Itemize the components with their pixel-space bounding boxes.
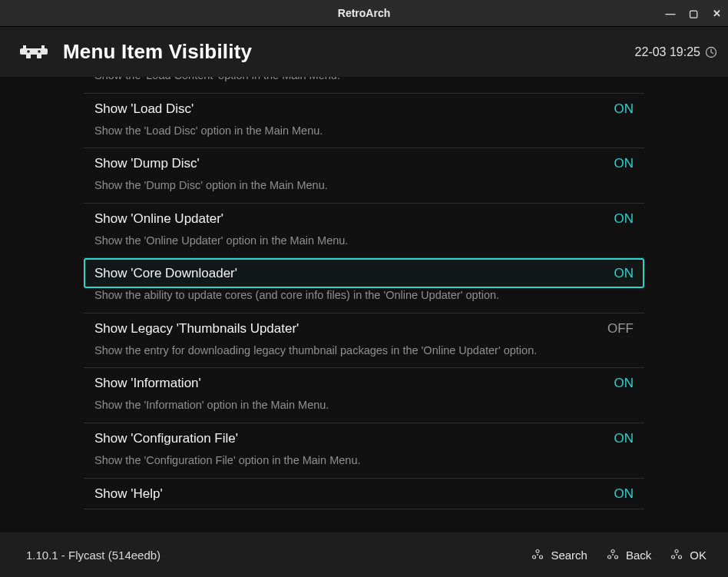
minimize-icon[interactable]: — bbox=[663, 8, 677, 19]
svg-point-15 bbox=[612, 554, 614, 555]
maximize-icon[interactable]: ▢ bbox=[687, 8, 700, 19]
setting-label: Show 'Information' bbox=[94, 376, 201, 391]
svg-point-14 bbox=[614, 555, 617, 559]
setting-label: Show 'Dump Disc' bbox=[94, 156, 200, 171]
setting-value[interactable]: ON bbox=[614, 101, 634, 117]
close-icon[interactable]: ✕ bbox=[710, 8, 723, 19]
svg-rect-2 bbox=[41, 45, 45, 48]
clock-icon bbox=[705, 46, 717, 58]
action-label: Search bbox=[551, 549, 587, 562]
svg-point-8 bbox=[536, 550, 539, 553]
clock: 22-03 19:25 bbox=[635, 45, 717, 59]
setting-value[interactable]: OFF bbox=[607, 321, 634, 337]
setting-item[interactable]: Show 'Configuration File'ONShow the 'Con… bbox=[84, 423, 644, 479]
setting-row[interactable]: Show 'Load Disc'ON bbox=[84, 94, 644, 124]
setting-item[interactable]: Show Legacy 'Thumbnails Updater'OFFShow … bbox=[84, 313, 644, 369]
setting-value[interactable]: ON bbox=[614, 376, 634, 391]
settings-scroll-area[interactable]: Show the 'Load Content' option in the Ma… bbox=[0, 77, 728, 532]
svg-point-11 bbox=[537, 554, 538, 555]
svg-point-9 bbox=[533, 555, 536, 559]
svg-rect-4 bbox=[37, 55, 41, 58]
setting-item[interactable]: Show 'Load Disc'ONShow the 'Load Disc' o… bbox=[84, 94, 644, 149]
setting-value[interactable]: ON bbox=[614, 266, 634, 281]
setting-description: Show the 'Configuration File' option in … bbox=[84, 453, 621, 478]
svg-point-10 bbox=[540, 555, 543, 559]
setting-row[interactable]: Show 'Dump Disc'ON bbox=[84, 148, 644, 178]
setting-label: Show 'Core Downloader' bbox=[94, 266, 237, 281]
setting-value[interactable]: ON bbox=[614, 211, 634, 227]
window-titlebar: RetroArch — ▢ ✕ bbox=[0, 0, 728, 26]
svg-point-19 bbox=[676, 554, 677, 555]
setting-description: Show the 'Load Disc' option in the Main … bbox=[84, 124, 621, 148]
svg-rect-3 bbox=[26, 55, 31, 58]
action-label: Back bbox=[626, 549, 651, 562]
setting-row[interactable]: Show Legacy 'Thumbnails Updater'OFF bbox=[84, 313, 644, 343]
setting-description: Show the entry for downloading legacy th… bbox=[84, 343, 621, 368]
setting-row[interactable]: Show 'Core Downloader'ON bbox=[84, 258, 644, 288]
setting-description: Show the ability to update cores (and co… bbox=[84, 288, 621, 313]
svg-rect-0 bbox=[20, 48, 48, 55]
svg-point-6 bbox=[38, 50, 41, 53]
svg-point-12 bbox=[611, 550, 614, 553]
setting-label: Show Legacy 'Thumbnails Updater' bbox=[94, 321, 299, 337]
page-header: Menu Item Visibility 22-03 19:25 bbox=[0, 26, 728, 77]
setting-label: Show 'Load Disc' bbox=[94, 101, 194, 117]
setting-row[interactable]: Show 'Configuration File'ON bbox=[84, 423, 644, 453]
setting-value[interactable]: ON bbox=[614, 486, 634, 502]
setting-item[interactable]: Show 'Dump Disc'ONShow the 'Dump Disc' o… bbox=[84, 148, 644, 204]
svg-rect-1 bbox=[23, 45, 26, 48]
button-cluster-icon bbox=[670, 548, 683, 562]
setting-description: Show the 'Information' option in the Mai… bbox=[84, 398, 621, 423]
page-title: Menu Item Visibility bbox=[63, 40, 621, 64]
window-controls: — ▢ ✕ bbox=[663, 0, 723, 26]
window-title: RetroArch bbox=[338, 7, 390, 19]
setting-value[interactable]: ON bbox=[614, 431, 634, 446]
setting-item[interactable]: Show 'Help'ON bbox=[84, 479, 644, 509]
setting-item[interactable]: Show 'Information'ONShow the 'Informatio… bbox=[84, 368, 644, 423]
setting-row[interactable]: Show 'Online Updater'ON bbox=[84, 204, 644, 234]
svg-point-17 bbox=[672, 555, 675, 559]
retroarch-logo-icon bbox=[18, 41, 49, 63]
version-text: 1.10.1 - Flycast (514eedb) bbox=[26, 549, 531, 562]
clock-text: 22-03 19:25 bbox=[635, 45, 700, 59]
footer: 1.10.1 - Flycast (514eedb) Search Back bbox=[0, 532, 728, 577]
setting-description: Show the 'Online Updater' option in the … bbox=[84, 234, 621, 258]
setting-item[interactable]: Show 'Core Downloader'ONShow the ability… bbox=[84, 258, 644, 313]
setting-label: Show 'Online Updater' bbox=[94, 211, 223, 227]
footer-actions: Search Back OK bbox=[531, 548, 706, 562]
setting-description: Show the 'Dump Disc' option in the Main … bbox=[84, 178, 621, 203]
button-cluster-icon bbox=[531, 548, 544, 562]
setting-item[interactable]: Show 'Online Updater'ONShow the 'Online … bbox=[84, 204, 644, 259]
setting-row[interactable]: Show 'Information'ON bbox=[84, 368, 644, 398]
button-cluster-icon bbox=[606, 548, 620, 562]
settings-list: Show the 'Load Content' option in the Ma… bbox=[84, 77, 644, 532]
action-ok[interactable]: OK bbox=[670, 548, 706, 562]
setting-item[interactable]: Show the 'Load Content' option in the Ma… bbox=[84, 77, 644, 94]
setting-description: Show the 'Load Content' option in the Ma… bbox=[84, 77, 621, 93]
svg-point-13 bbox=[607, 555, 611, 559]
setting-label: Show 'Help' bbox=[94, 486, 163, 502]
setting-value[interactable]: ON bbox=[614, 156, 634, 171]
action-search[interactable]: Search bbox=[531, 548, 587, 562]
setting-row[interactable]: Show 'Help'ON bbox=[84, 479, 644, 509]
svg-point-18 bbox=[679, 555, 682, 559]
setting-label: Show 'Configuration File' bbox=[94, 431, 238, 446]
action-back[interactable]: Back bbox=[606, 548, 651, 562]
svg-point-16 bbox=[675, 550, 678, 553]
svg-point-5 bbox=[27, 50, 30, 53]
action-label: OK bbox=[690, 549, 706, 562]
